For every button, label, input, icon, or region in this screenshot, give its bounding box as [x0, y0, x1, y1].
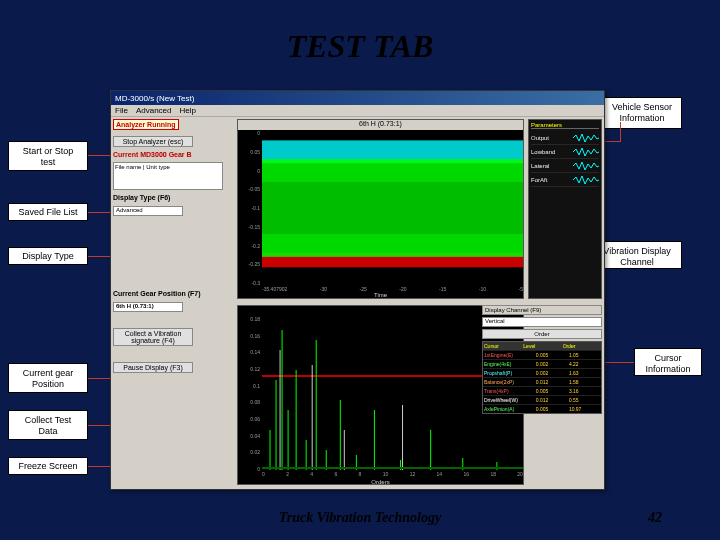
time-plot-xlabel: Time: [374, 292, 387, 298]
callout-current-gear: Current gear Position: [8, 363, 88, 393]
sensor-label: Lateral: [531, 163, 549, 169]
sensor-label: ForAft: [531, 177, 547, 183]
collect-vibration-button[interactable]: Collect a Vibration signature (F4): [113, 328, 193, 346]
display-channel-label: Display Channel (F9): [482, 305, 602, 315]
callout-display-type: Display Type: [8, 247, 88, 265]
sensor-row: Lowband: [531, 145, 599, 159]
sensor-label: Output: [531, 135, 549, 141]
cursor-col-level: Level: [522, 342, 561, 350]
mini-wave-icon: [573, 133, 599, 143]
callout-start-stop: Start or Stop test: [8, 141, 88, 171]
order-plot-yaxis: 0.180.160.140.120.10.080.060.040.020: [238, 316, 262, 472]
window-title: MD-3000/s (New Test): [115, 94, 194, 103]
cursor-row: 1stEngine(E)0.0051.05: [483, 350, 601, 359]
connector-line: [604, 362, 634, 363]
sensor-row: Lateral: [531, 159, 599, 173]
filelist-col-type: Unit type: [146, 164, 170, 170]
window-titlebar: MD-3000/s (New Test): [111, 91, 604, 105]
menu-help[interactable]: Help: [179, 106, 195, 115]
saved-file-list[interactable]: File name | Unit type: [113, 162, 223, 190]
gear-position-select[interactable]: 6th H (0.73:1): [113, 302, 183, 312]
display-type-label: Display Type (F6): [113, 194, 233, 201]
menubar: File Advanced Help: [111, 105, 604, 117]
time-plot-title: 6th H (0.73:1): [238, 120, 523, 130]
cursor-panel: Display Channel (F9) Vertical Order Curs…: [482, 305, 602, 485]
gear-position-label: Current Gear Position (F7): [113, 290, 233, 297]
footer-text: Truck Vibration Technology: [279, 510, 441, 526]
app-window: MD-3000/s (New Test) File Advanced Help …: [110, 90, 605, 490]
time-plot-yaxis: 00.050-0.05-0.1-0.15-0.2-0.25-0.3: [238, 130, 262, 286]
pause-display-button[interactable]: Pause Display (F3): [113, 362, 193, 373]
connector-line: [620, 122, 621, 142]
callout-freeze-screen: Freeze Screen: [8, 457, 88, 475]
mini-wave-icon: [573, 175, 599, 185]
order-button[interactable]: Order: [482, 329, 602, 339]
sensor-row: ForAft: [531, 173, 599, 187]
sensor-panel: Parameters OutputLowbandLateralForAft: [528, 119, 602, 299]
filelist-col-name: File name: [115, 164, 141, 170]
cursor-row: Balance(2xP)0.0121.58: [483, 377, 601, 386]
cursor-row: DriveWheel(W)0.0120.55: [483, 395, 601, 404]
sensor-panel-header: Parameters: [531, 122, 599, 129]
time-plot: 6th H (0.73:1) 00.050-0.05-0.1-0.15-0.2-…: [237, 119, 524, 299]
cursor-row: Engine(4xE)0.0024.22: [483, 359, 601, 368]
callout-cursor-info: Cursor Information: [634, 348, 702, 376]
order-plot-xlabel: Orders: [371, 479, 389, 485]
menu-advanced[interactable]: Advanced: [136, 106, 172, 115]
stop-analyzer-button[interactable]: Stop Analyzer (esc): [113, 136, 193, 147]
svg-rect-3: [262, 182, 523, 234]
mini-wave-icon: [573, 147, 599, 157]
mini-wave-icon: [573, 161, 599, 171]
menu-file[interactable]: File: [115, 106, 128, 115]
sensor-label: Lowband: [531, 149, 555, 155]
page-number: 42: [648, 510, 662, 526]
display-channel-select[interactable]: Vertical: [482, 317, 602, 327]
cursor-row: AxlePinion(A)0.00510.97: [483, 404, 601, 413]
left-panel: Analyzer Running Stop Analyzer (esc) Cur…: [113, 119, 233, 487]
sensor-row: Output: [531, 131, 599, 145]
callout-collect-test: Collect Test Data: [8, 410, 88, 440]
callout-vibration-channel: Vibration Display Channel: [592, 241, 682, 269]
time-waveform-icon: [262, 130, 523, 286]
analyzer-running-indicator: Analyzer Running: [113, 119, 179, 130]
callout-vehicle-sensor: Vehicle Sensor Information: [602, 97, 682, 129]
display-type-select[interactable]: Advanced: [113, 206, 183, 216]
cursor-row: Trans(4xP)0.0053.16: [483, 386, 601, 395]
current-model-label: Current MD3000 Gear B: [113, 151, 233, 158]
cursor-col-order: Order: [562, 342, 601, 350]
order-plot: Speed Slope 0.180.160.140.120.10.080.060…: [237, 305, 524, 485]
callout-saved-file: Saved File List: [8, 203, 88, 221]
cursor-row: Propshaft(P)0.0021.63: [483, 368, 601, 377]
time-plot-xaxis: -35.407902-30-25-20-15-10-5: [262, 286, 523, 298]
cursor-col-name: Cursor: [483, 342, 522, 350]
cursor-table: Cursor Level Order 1stEngine(E)0.0051.05…: [482, 341, 602, 414]
slide-title: TEST TAB: [0, 28, 720, 65]
